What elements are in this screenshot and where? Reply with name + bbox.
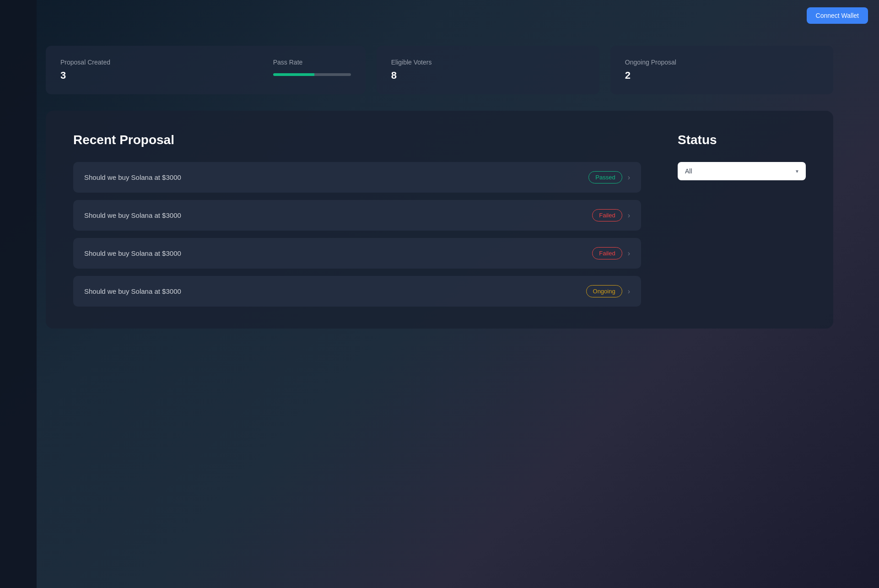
proposal-created-value: 3 <box>60 70 110 81</box>
proposal-pass-rate-card: Proposal Created 3 Pass Rate <box>46 46 366 94</box>
proposal-item[interactable]: Should we buy Solana at $3000 Ongoing › <box>73 276 641 307</box>
status-badge: Passed <box>588 171 622 183</box>
proposal-created-section: Proposal Created 3 <box>60 59 110 81</box>
eligible-voters-label: Eligible Voters <box>391 59 585 66</box>
eligible-voters-card: Eligible Voters 8 <box>377 46 599 94</box>
proposals-column: Recent Proposal Should we buy Solana at … <box>73 133 641 307</box>
ongoing-proposal-label: Ongoing Proposal <box>625 59 819 66</box>
pass-rate-empty <box>314 73 351 76</box>
ongoing-proposal-value: 2 <box>625 70 819 81</box>
stats-row: Proposal Created 3 Pass Rate Eligible Vo… <box>46 46 833 94</box>
chevron-right-icon: › <box>628 173 630 182</box>
pass-rate-top: Proposal Created 3 Pass Rate <box>60 59 351 81</box>
chevron-right-icon: › <box>628 249 630 258</box>
proposal-text: Should we buy Solana at $3000 <box>84 249 181 257</box>
status-title: Status <box>678 133 806 147</box>
pass-rate-section: Pass Rate <box>273 59 351 76</box>
proposal-created-label: Proposal Created <box>60 59 110 66</box>
ongoing-proposal-card: Ongoing Proposal 2 <box>610 46 833 94</box>
header: Connect Wallet <box>0 0 879 31</box>
proposal-list: Should we buy Solana at $3000 Passed › S… <box>73 162 641 307</box>
proposal-right: Failed › <box>592 209 630 221</box>
status-badge: Ongoing <box>586 285 622 297</box>
chevron-right-icon: › <box>628 287 630 296</box>
proposal-text: Should we buy Solana at $3000 <box>84 287 181 295</box>
left-sidebar <box>0 0 37 588</box>
status-filter-wrapper: AllPassedFailedOngoing <box>678 162 806 180</box>
proposal-right: Ongoing › <box>586 285 630 297</box>
main-content: Proposal Created 3 Pass Rate Eligible Vo… <box>0 0 879 356</box>
proposal-item[interactable]: Should we buy Solana at $3000 Failed › <box>73 200 641 231</box>
chevron-right-icon: › <box>628 211 630 220</box>
proposal-text: Should we buy Solana at $3000 <box>84 173 181 181</box>
proposal-text: Should we buy Solana at $3000 <box>84 211 181 219</box>
pass-rate-filled <box>273 73 314 76</box>
status-filter-select[interactable]: AllPassedFailedOngoing <box>678 162 806 180</box>
status-badge: Failed <box>592 247 622 259</box>
proposal-item[interactable]: Should we buy Solana at $3000 Failed › <box>73 238 641 269</box>
eligible-voters-value: 8 <box>391 70 585 81</box>
recent-proposals-title: Recent Proposal <box>73 133 641 147</box>
connect-wallet-button[interactable]: Connect Wallet <box>807 7 868 24</box>
proposal-right: Passed › <box>588 171 630 183</box>
recent-proposals-section: Recent Proposal Should we buy Solana at … <box>46 111 833 329</box>
proposal-item[interactable]: Should we buy Solana at $3000 Passed › <box>73 162 641 193</box>
proposal-right: Failed › <box>592 247 630 259</box>
pass-rate-label: Pass Rate <box>273 59 351 66</box>
status-badge: Failed <box>592 209 622 221</box>
status-column: Status AllPassedFailedOngoing <box>678 133 806 307</box>
pass-rate-bar <box>273 73 351 76</box>
